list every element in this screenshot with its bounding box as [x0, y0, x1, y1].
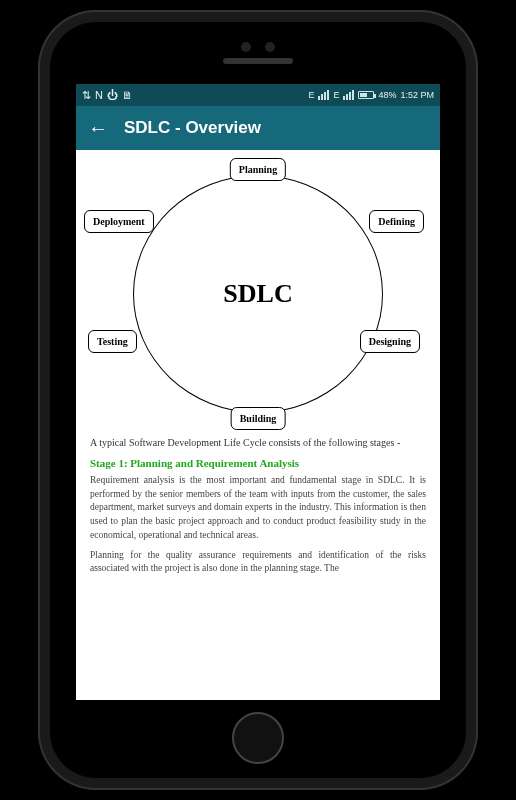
power-icon: ⏻ [107, 90, 118, 101]
intro-text: A typical Software Development Life Cycl… [90, 436, 426, 450]
app-bar: ← SDLC - Overview [76, 106, 440, 150]
back-arrow-icon[interactable]: ← [88, 118, 108, 138]
network-type-1: E [308, 90, 314, 100]
battery-percent: 48% [378, 90, 396, 100]
signal-icon-1 [318, 90, 329, 100]
screen: ⇅ N ⏻ 🗎 E E 48% 1:52 PM ← SDLC - Overv [76, 84, 440, 700]
node-planning: Planning [230, 158, 286, 181]
stage-1-heading: Stage 1: Planning and Requirement Analys… [90, 456, 426, 470]
node-building: Building [231, 407, 286, 430]
sync-icon: ⇅ [82, 90, 91, 101]
content-scroll[interactable]: SDLC Planning Defining Designing Buildin… [76, 150, 440, 700]
n-icon: N [95, 90, 103, 101]
signal-icon-2 [343, 90, 354, 100]
node-testing: Testing [88, 330, 137, 353]
phone-inner: ⇅ N ⏻ 🗎 E E 48% 1:52 PM ← SDLC - Overv [50, 22, 466, 778]
clock: 1:52 PM [400, 90, 434, 100]
phone-frame: ⇅ N ⏻ 🗎 E E 48% 1:52 PM ← SDLC - Overv [38, 10, 478, 790]
sdlc-diagram: SDLC Planning Defining Designing Buildin… [90, 160, 426, 428]
stage-1-paragraph-2: Planning for the quality assurance requi… [90, 549, 426, 577]
phone-earpiece [50, 22, 466, 84]
page-title: SDLC - Overview [124, 118, 261, 138]
status-bar: ⇅ N ⏻ 🗎 E E 48% 1:52 PM [76, 84, 440, 106]
node-defining: Defining [369, 210, 424, 233]
battery-icon [358, 91, 374, 99]
network-type-2: E [333, 90, 339, 100]
home-button[interactable] [232, 712, 284, 764]
node-designing: Designing [360, 330, 420, 353]
node-deployment: Deployment [84, 210, 154, 233]
diagram-center-label: SDLC [223, 279, 292, 309]
stage-1-paragraph-1: Requirement analysis is the most importa… [90, 474, 426, 543]
notification-icon: 🗎 [122, 90, 133, 101]
